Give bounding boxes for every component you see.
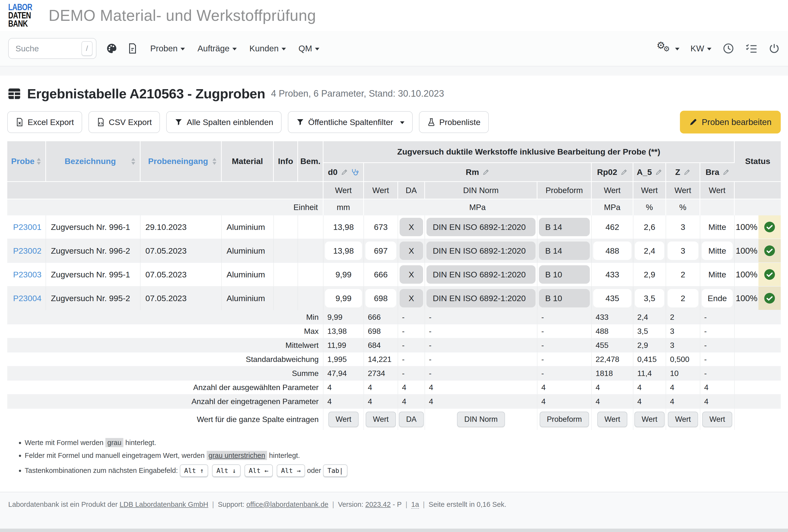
value-input-rp02[interactable]: 435 <box>593 289 631 308</box>
company-link[interactable]: LDB Labordatenbank GmbH <box>119 500 208 508</box>
probeneingang-cell: 07.05.2023 <box>140 287 222 310</box>
formula-field-probeform[interactable]: B 14 <box>539 218 590 236</box>
value-input-a5[interactable]: 3,5 <box>635 289 664 308</box>
palette-icon[interactable] <box>106 43 117 54</box>
document-icon[interactable] <box>127 43 138 54</box>
sort-icon <box>212 157 217 165</box>
chevron-down-icon <box>315 48 319 51</box>
stats-row: Min9,99666---4332,42- <box>7 310 781 324</box>
probeneingang-cell: 07.05.2023 <box>140 263 222 287</box>
pencil-icon[interactable] <box>341 169 348 176</box>
stat-rp02: 488 <box>592 324 633 338</box>
formula-field-din[interactable]: DIN EN ISO 6892-1:2020 <box>427 289 535 308</box>
check-circle-icon <box>764 245 775 257</box>
formula-field-da[interactable]: X <box>399 241 423 260</box>
value-input-a5[interactable]: 2,9 <box>635 265 664 284</box>
value-input-d0[interactable]: 13,98 <box>325 218 362 236</box>
stat-da: - <box>398 353 425 367</box>
fill-column-a5-button[interactable]: Wert <box>634 412 665 427</box>
edit-samples-button[interactable]: Proben bearbeiten <box>680 111 781 134</box>
fill-column-z-button[interactable]: Wert <box>668 412 698 427</box>
stat-status-spacer <box>735 338 781 353</box>
value-input-rm[interactable]: 697 <box>366 241 396 260</box>
excel-export-button[interactable]: Excel Export <box>7 111 82 133</box>
labordatenbank-logo[interactable]: LABOR DATEN BANK <box>8 3 32 28</box>
formula-field-din[interactable]: DIN EN ISO 6892-1:2020 <box>427 265 535 284</box>
pencil-icon[interactable] <box>684 169 690 176</box>
value-input-d0[interactable]: 13,98 <box>325 241 362 260</box>
settings-menu[interactable]: ⚙⚙ <box>657 42 679 55</box>
value-input-rm[interactable]: 698 <box>366 289 396 308</box>
col-header-probe[interactable]: Probe <box>7 141 46 182</box>
status-ok-strip <box>759 215 781 239</box>
formula-field-probeform[interactable]: B 10 <box>539 289 590 308</box>
csv-export-button[interactable]: CSV Export <box>88 111 160 133</box>
formula-field-da[interactable]: X <box>399 265 423 284</box>
stat-din: 4 <box>425 395 537 409</box>
formula-field-probeform[interactable]: B 14 <box>539 241 590 260</box>
value-input-rm[interactable]: 673 <box>366 218 396 236</box>
fill-column-probeform-button[interactable]: Probeform <box>539 412 589 427</box>
checklist-icon[interactable] <box>745 43 757 54</box>
sort-icon <box>131 157 136 165</box>
fill-column-rp02-button[interactable]: Wert <box>597 412 628 427</box>
value-input-a5[interactable]: 2,4 <box>635 241 664 260</box>
support-email-link[interactable]: office@labordatenbank.de <box>247 500 328 508</box>
show-all-columns-button[interactable]: Alle Spalten einblenden <box>166 111 281 133</box>
value-input-rp02[interactable]: 462 <box>593 218 631 236</box>
pencil-icon[interactable] <box>655 169 662 176</box>
sort-icon <box>36 157 41 165</box>
fill-column-din-button[interactable]: DIN Norm <box>457 412 505 427</box>
menu-kunden[interactable]: Kunden <box>249 44 286 53</box>
stat-z: 2 <box>666 310 700 324</box>
value-input-bra[interactable]: Mitte <box>702 241 733 260</box>
menu-auftraege[interactable]: Aufträge <box>197 44 237 53</box>
formula-field-din[interactable]: DIN EN ISO 6892-1:2020 <box>427 218 535 236</box>
probenliste-button[interactable]: Probenliste <box>419 111 489 133</box>
pencil-icon[interactable] <box>482 169 489 176</box>
fill-column-d0-button[interactable]: Wert <box>328 412 359 427</box>
public-column-filter-button[interactable]: Öffentliche Spaltenfilter <box>288 111 413 133</box>
col-header-probeneingang[interactable]: Probeneingang <box>140 141 222 182</box>
col-header-bezeichnung[interactable]: Bezeichnung <box>46 141 140 182</box>
value-input-d0[interactable]: 9,99 <box>325 265 362 284</box>
value-input-a5[interactable]: 2,6 <box>635 218 664 236</box>
pencil-icon[interactable] <box>620 169 627 176</box>
menu-proben[interactable]: Proben <box>150 44 185 53</box>
formula-field-da[interactable]: X <box>399 289 423 308</box>
stethoscope-icon[interactable] <box>351 169 359 176</box>
value-input-rm[interactable]: 666 <box>366 265 396 284</box>
kw-menu[interactable]: KW <box>691 44 711 53</box>
pencil-icon[interactable] <box>723 169 729 176</box>
formula-field-da[interactable]: X <box>399 218 423 236</box>
value-input-rp02[interactable]: 433 <box>593 265 631 284</box>
sample-link[interactable]: P23003 <box>13 270 41 279</box>
value-input-bra[interactable]: Ende <box>702 289 733 308</box>
stat-d0: 13,98 <box>323 324 364 338</box>
stat-da: - <box>398 310 425 324</box>
menu-qm[interactable]: QM <box>298 44 319 53</box>
power-icon[interactable] <box>769 43 780 54</box>
sample-link[interactable]: P23004 <box>13 294 41 303</box>
stat-label: Anzahl der eingetragenen Parameter <box>7 395 323 409</box>
sample-link[interactable]: P23002 <box>13 246 41 255</box>
value-input-z[interactable]: 3 <box>668 218 698 236</box>
clock-icon[interactable] <box>723 43 734 54</box>
value-input-z[interactable]: 2 <box>668 289 698 308</box>
value-input-z[interactable]: 2 <box>668 265 698 284</box>
fill-column-bra-button[interactable]: Wert <box>702 412 732 427</box>
version-link[interactable]: 2023.42 <box>366 500 391 508</box>
value-input-rp02[interactable]: 488 <box>593 241 631 260</box>
value-input-z[interactable]: 3 <box>668 241 698 260</box>
value-input-d0[interactable]: 9,99 <box>325 289 362 308</box>
cell-d0: 13,98 <box>323 239 364 263</box>
page-id-link[interactable]: 1a <box>411 500 419 509</box>
stat-z: 4 <box>666 380 700 395</box>
formula-field-probeform[interactable]: B 10 <box>539 265 590 284</box>
value-input-bra[interactable]: Mitte <box>702 265 733 284</box>
formula-field-din[interactable]: DIN EN ISO 6892-1:2020 <box>427 241 535 260</box>
sample-link[interactable]: P23001 <box>13 222 41 232</box>
fill-column-da-button[interactable]: DA <box>399 412 424 427</box>
value-input-bra[interactable]: Mitte <box>702 218 733 236</box>
fill-column-rm-button[interactable]: Wert <box>366 412 396 427</box>
